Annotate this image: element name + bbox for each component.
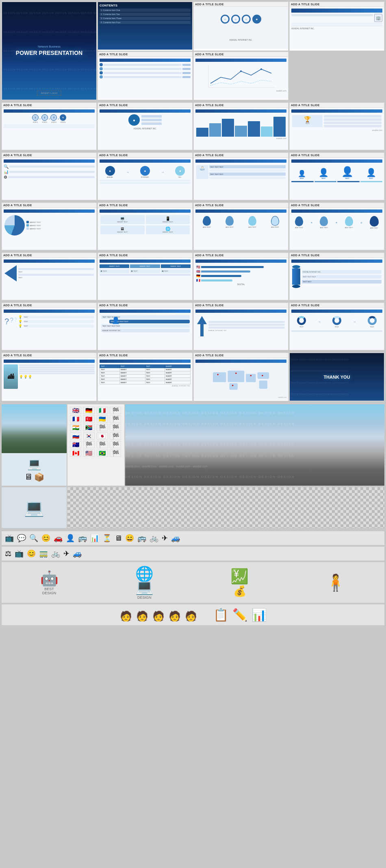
flag-tr: 🇹🇷 bbox=[83, 415, 95, 423]
slide-pie[interactable]: ADD A TITLE SLIDE MARKET TEXT MARKET TEX… bbox=[2, 203, 97, 250]
slide-mini-table[interactable]: ADD A TITLE SLIDE TEXT TEXT TEXT INSERT … bbox=[98, 353, 193, 401]
icons-row-1: 📺 💬 🔍 😊 🚗 👤 🚌 📊 ⏳ 🖥 😄 🚌 🚲 ✈ 🚙 bbox=[2, 531, 384, 545]
icon-chart: 📊 bbox=[90, 534, 99, 543]
slides-row6: ADD A TITLE SLIDE TEXT TEXT ADD A TITLE … bbox=[0, 251, 386, 302]
slide-photo-text[interactable]: ADD A TITLE SLIDE 🏙 💡💡💡 bbox=[2, 353, 97, 401]
object-presentation: 📊 bbox=[252, 608, 267, 622]
svg-rect-8 bbox=[258, 372, 269, 379]
svg-point-11 bbox=[235, 373, 236, 374]
hero-subtitle: Network Business bbox=[7, 45, 92, 48]
thank-you-text: THANK YOU bbox=[323, 375, 350, 379]
slide-label: ADD A TITLE SLIDE bbox=[98, 303, 192, 308]
object-globe-laptop: 🌐 💻 DESIGN bbox=[135, 565, 154, 600]
slide-label: ADD A TITLE SLIDE bbox=[290, 253, 384, 258]
flag-it: 🇮🇹 bbox=[97, 407, 108, 414]
flag-br: 🇧🇷 bbox=[97, 449, 108, 457]
slides-row8: ADD A TITLE SLIDE 🏙 💡💡💡 bbox=[0, 351, 386, 403]
slides-grid: DESIGN DESIGN DESIGN DESIGN DESIGN DESIG… bbox=[0, 0, 386, 102]
slide-circles3[interactable]: ADD A TITLE SLIDE ● ASADAL → ● INTERNET … bbox=[98, 153, 193, 200]
slide-profile[interactable]: ADD A TITLE SLIDE 🏢 ASADAL INTERNET INC. bbox=[289, 2, 384, 51]
icon-search: 🔍 bbox=[29, 534, 38, 543]
char-4: 🧑 bbox=[169, 611, 181, 622]
slide-cylinder[interactable]: ADD A TITLE SLIDE DIGITAL INTERNET INC. … bbox=[289, 253, 384, 300]
icon-car2: 🚙 bbox=[73, 549, 82, 558]
slide-arrow-up[interactable]: ADD A TITLE SLIDE ASADAL INTERNET INC. bbox=[193, 303, 288, 350]
slide-label: ADD A TITLE SLIDE bbox=[194, 2, 288, 7]
slide-label: ADD A TITLE SLIDE bbox=[194, 303, 288, 308]
flag-blank6: 🏁 bbox=[83, 441, 95, 448]
icons-area: 📺 💬 🔍 😊 🚗 👤 🚌 📊 ⏳ 🖥 😄 🚌 🚲 ✈ 🚙 ⚖ 📺 😊 🚃 🚲 … bbox=[0, 530, 386, 627]
object-pencil: ✏️ bbox=[232, 608, 247, 622]
slide-circles[interactable]: ADD A TITLE SLIDE ○ ○ ○ ● ASADAL INTERNE… bbox=[193, 2, 288, 51]
flag-de: 🇩🇪 bbox=[83, 407, 95, 414]
flag-blank7: 🏁 bbox=[97, 441, 108, 448]
flag-ua: 🇺🇦 bbox=[97, 415, 108, 423]
slide-bar-flags[interactable]: ADD A TITLE SLIDE 🇺🇸 🇬🇧 🇩🇪 bbox=[193, 253, 288, 300]
object-money: 💹 💰 bbox=[230, 568, 249, 598]
slide-label: ADD A TITLE SLIDE bbox=[194, 253, 288, 258]
flag-in: 🇮🇳 bbox=[70, 424, 81, 431]
slide-icons-list[interactable]: ADD A TITLE SLIDE 🔍 📊 ⚙ bbox=[2, 153, 97, 200]
slide-speech-bubbles[interactable]: ADD A TITLE SLIDE 👤 TEXT TEXT TEXT TEXT … bbox=[98, 303, 193, 350]
icon-bus2: 🚌 bbox=[137, 534, 146, 543]
icon-plane: ✈ bbox=[162, 534, 168, 543]
slide-label: ADD A TITLE SLIDE bbox=[290, 153, 384, 158]
slide-thank-you[interactable]: DESIGN DESIGN DESIGN DESIGN DESIGN DESIG… bbox=[289, 353, 384, 401]
icon-bus: 🚌 bbox=[78, 534, 87, 543]
extras-section: 💻 🖥 📦 🇬🇧 🇩🇪 🇮🇹 🏁 🇫🇷 🇹🇷 🇺🇦 🏁 🇮🇳 🇿 bbox=[0, 403, 386, 487]
icon-hourglass: ⏳ bbox=[102, 534, 111, 543]
slide-label: ADD A TITLE SLIDE bbox=[2, 153, 96, 158]
slide-line-chart[interactable]: ADD A TITLE SLIDE asadal.com bbox=[193, 52, 288, 100]
slide-grid-boxes[interactable]: ADD A TITLE SLIDE INSERT TEXT INSERT TEX… bbox=[98, 253, 193, 300]
slide-donuts[interactable]: ADD A TITLE SLIDE TEXT → TEXT → bbox=[289, 303, 384, 350]
slide-contents[interactable]: CONTENTS 1. Contents Item One 2. Content… bbox=[98, 2, 193, 51]
char-2: 🧑 bbox=[136, 611, 148, 622]
char-5: 🧑 bbox=[185, 611, 197, 622]
slide-question[interactable]: ADD A TITLE SLIDE ? ? ? 💡TEXT 💡TEXT 💡TEX… bbox=[2, 303, 97, 350]
svg-rect-9 bbox=[259, 380, 267, 388]
slide-label: ADD A TITLE SLIDE bbox=[194, 52, 288, 57]
slide-steps4[interactable]: ADD A TITLE SLIDE 1 STEP1 › 2 STEP2 › 3 bbox=[2, 103, 97, 150]
icon-face: 😊 bbox=[41, 534, 50, 543]
icon-bike2: 🚲 bbox=[51, 549, 60, 558]
slide-grid-icons[interactable]: ADD A TITLE SLIDE 💻INSERT TEXT 📱INSERT T… bbox=[98, 203, 193, 250]
slide-droplets2[interactable]: ADD A TITLE SLIDE ADD TEXT + ADD TEXT + bbox=[289, 203, 384, 250]
icon-tv: 📺 bbox=[5, 534, 14, 543]
slide-label: ADD A TITLE SLIDE bbox=[290, 203, 384, 208]
flag-blank9: 🏁 bbox=[110, 449, 121, 457]
slide-label: ADD A TITLE SLIDE bbox=[2, 203, 96, 208]
slide-droplets[interactable]: ADD A TITLE SLIDE ADD TEXT ADD TEXT ADD … bbox=[193, 203, 288, 250]
slide-table-form[interactable]: ADD A TITLE SLIDE bbox=[98, 52, 193, 100]
icon-tv2: 📺 bbox=[15, 549, 24, 558]
svg-point-14 bbox=[262, 375, 263, 376]
slide-bar-chart[interactable]: ADD A TITLE SLIDE asadal.com bbox=[193, 103, 288, 150]
icon-smile: 😄 bbox=[125, 534, 134, 543]
slide-circle-diagram[interactable]: ADD A TITLE SLIDE ● ASADAL INTERNET INC. bbox=[98, 103, 193, 150]
slide-timeline[interactable]: ADD A TITLE SLIDE 📋TEXT TEXT TEXT TEXT T… bbox=[193, 153, 288, 200]
icon-person: 👤 bbox=[66, 534, 75, 543]
slide-world-map[interactable]: ADD A TITLE SLIDE bbox=[193, 353, 288, 401]
slide-hero[interactable]: DESIGN DESIGN DESIGN DESIGN DESIGN DESIG… bbox=[2, 2, 97, 100]
objects-3d-row: 🤖 BEST DESIGN 🌐 💻 DESIGN 💹 💰 🧍 bbox=[2, 562, 384, 603]
svg-rect-4 bbox=[213, 372, 226, 382]
slide-award[interactable]: ADD A TITLE SLIDE 🏆 TEXT asadal.com bbox=[289, 103, 384, 150]
checker-bg bbox=[67, 487, 384, 528]
slide-label: ADD A TITLE SLIDE bbox=[98, 203, 192, 208]
svg-point-12 bbox=[250, 375, 252, 376]
slide-arrow-left[interactable]: ADD A TITLE SLIDE TEXT TEXT bbox=[2, 253, 97, 300]
flag-uk: 🇬🇧 bbox=[70, 407, 81, 414]
slide-label: ADD A TITLE SLIDE bbox=[98, 103, 192, 108]
slide-label: ADD A TITLE SLIDE bbox=[194, 103, 288, 108]
flag-blank1: 🏁 bbox=[110, 407, 121, 414]
extras-laptop-cell: 💻 🖥 📦 bbox=[2, 404, 67, 486]
icons-row-2: ⚖ 📺 😊 🚃 🚲 ✈ 🚙 bbox=[2, 547, 384, 560]
slide-label: ADD A TITLE SLIDE bbox=[2, 303, 96, 308]
icon-car: 🚗 bbox=[54, 534, 63, 543]
slide-label: ADD A TITLE SLIDE bbox=[2, 253, 96, 258]
slide-label: ADD A TITLE SLIDE bbox=[98, 353, 192, 358]
slide-people[interactable]: ADD A TITLE SLIDE 👤 TEXT 👤 TEXT 👤 TEXT bbox=[289, 153, 384, 200]
icon-train: 🚃 bbox=[39, 549, 48, 558]
second-extras-row: 💻 bbox=[0, 487, 386, 530]
slides-row7: ADD A TITLE SLIDE ? ? ? 💡TEXT 💡TEXT 💡TEX… bbox=[0, 301, 386, 352]
object-clipboard: 📋 bbox=[213, 608, 228, 622]
